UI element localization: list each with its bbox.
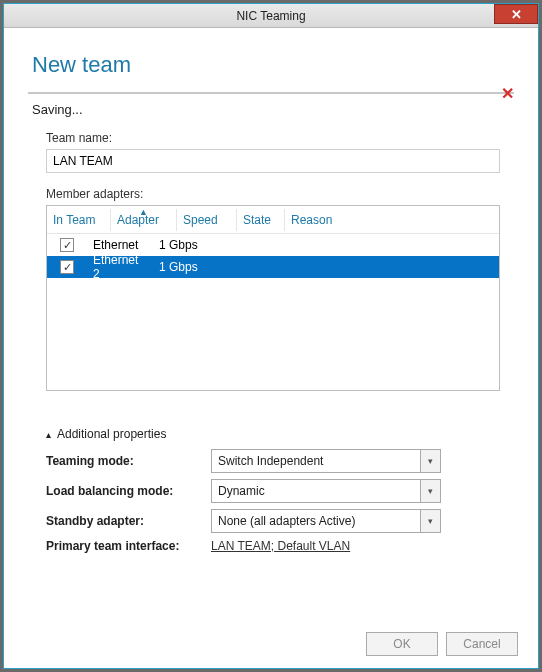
teaming-mode-label: Teaming mode: bbox=[46, 454, 211, 468]
standby-adapter-select[interactable]: None (all adapters Active) bbox=[211, 509, 421, 533]
member-adapters-grid: In Team ▲ Adapter Speed State Reason ✓ E… bbox=[46, 205, 500, 391]
divider bbox=[28, 92, 514, 94]
checkbox-icon[interactable]: ✓ bbox=[60, 260, 74, 274]
standby-adapter-label: Standby adapter: bbox=[46, 514, 211, 528]
page-title: New team bbox=[32, 52, 514, 78]
cancel-button[interactable]: Cancel bbox=[446, 632, 518, 656]
content-area: New team ✕ Saving... Team name: Member a… bbox=[4, 28, 538, 565]
window-title: NIC Teaming bbox=[4, 9, 538, 23]
col-reason[interactable]: Reason bbox=[285, 209, 499, 231]
status-text: Saving... bbox=[32, 102, 514, 117]
row-speed: 1 Gbps bbox=[153, 234, 213, 256]
dismiss-x-icon[interactable]: ✕ bbox=[501, 84, 514, 103]
chevron-down-icon: ▾ bbox=[428, 456, 433, 466]
standby-adapter-dropdown-button[interactable]: ▾ bbox=[421, 509, 441, 533]
row-state bbox=[213, 263, 261, 271]
chevron-down-icon: ▾ bbox=[428, 516, 433, 526]
teaming-mode-value: Switch Independent bbox=[218, 454, 323, 468]
divider-row: ✕ bbox=[28, 88, 514, 96]
additional-properties-toggle[interactable]: ▴ Additional properties bbox=[46, 427, 514, 441]
chevron-up-icon: ▴ bbox=[46, 429, 51, 440]
row-speed: 1 Gbps bbox=[153, 256, 213, 278]
standby-adapter-row: Standby adapter: None (all adapters Acti… bbox=[46, 509, 514, 533]
nic-teaming-window: NIC Teaming ✕ New team ✕ Saving... Team … bbox=[3, 3, 539, 669]
col-adapter[interactable]: ▲ Adapter bbox=[111, 209, 177, 231]
primary-interface-label: Primary team interface: bbox=[46, 539, 211, 553]
col-state[interactable]: State bbox=[237, 209, 285, 231]
load-balancing-dropdown-button[interactable]: ▾ bbox=[421, 479, 441, 503]
ok-button[interactable]: OK bbox=[366, 632, 438, 656]
titlebar[interactable]: NIC Teaming ✕ bbox=[4, 4, 538, 28]
row-reason bbox=[261, 263, 499, 271]
chevron-down-icon: ▾ bbox=[428, 486, 433, 496]
table-row[interactable]: ✓ Ethernet 2 1 Gbps bbox=[47, 256, 499, 278]
member-adapters-label: Member adapters: bbox=[46, 187, 514, 201]
primary-interface-link[interactable]: LAN TEAM; Default VLAN bbox=[211, 539, 350, 553]
primary-interface-row: Primary team interface: LAN TEAM; Defaul… bbox=[46, 539, 514, 553]
row-check-cell: ✓ bbox=[47, 256, 87, 279]
load-balancing-value: Dynamic bbox=[218, 484, 265, 498]
close-button[interactable]: ✕ bbox=[494, 4, 538, 24]
row-check-cell: ✓ bbox=[47, 234, 87, 257]
row-reason bbox=[261, 241, 499, 249]
additional-properties-label: Additional properties bbox=[57, 427, 166, 441]
col-speed[interactable]: Speed bbox=[177, 209, 237, 231]
close-icon: ✕ bbox=[511, 7, 522, 22]
col-adapter-label: Adapter bbox=[117, 213, 159, 227]
sort-asc-icon: ▲ bbox=[139, 207, 148, 217]
checkbox-icon[interactable]: ✓ bbox=[60, 238, 74, 252]
teaming-mode-dropdown-button[interactable]: ▾ bbox=[421, 449, 441, 473]
load-balancing-select[interactable]: Dynamic bbox=[211, 479, 421, 503]
row-adapter: Ethernet 2 bbox=[87, 249, 153, 285]
col-in-team[interactable]: In Team bbox=[47, 209, 111, 231]
teaming-mode-select[interactable]: Switch Independent bbox=[211, 449, 421, 473]
dialog-buttons: OK Cancel bbox=[366, 632, 518, 656]
grid-header: In Team ▲ Adapter Speed State Reason bbox=[47, 206, 499, 234]
team-name-input[interactable] bbox=[46, 149, 500, 173]
load-balancing-label: Load balancing mode: bbox=[46, 484, 211, 498]
teaming-mode-row: Teaming mode: Switch Independent ▾ bbox=[46, 449, 514, 473]
team-name-label: Team name: bbox=[46, 131, 514, 145]
load-balancing-row: Load balancing mode: Dynamic ▾ bbox=[46, 479, 514, 503]
standby-adapter-value: None (all adapters Active) bbox=[218, 514, 355, 528]
row-state bbox=[213, 241, 261, 249]
